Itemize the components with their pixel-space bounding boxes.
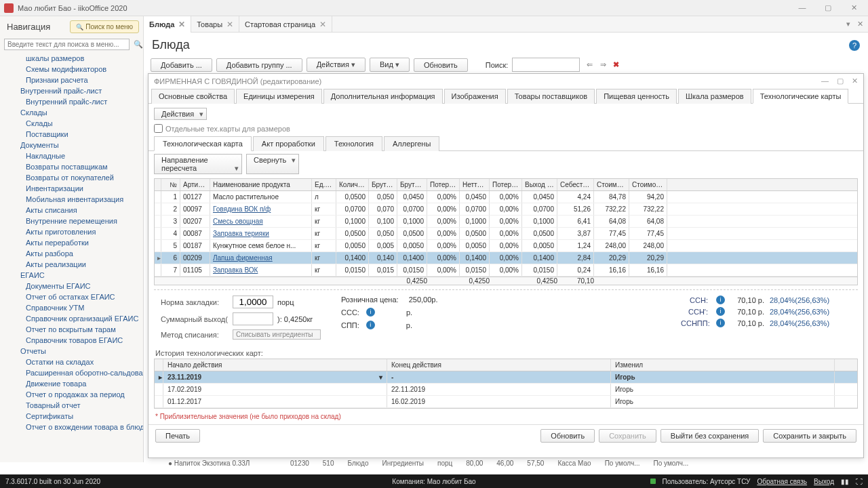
info-icon[interactable]: i — [716, 296, 725, 304]
nav-item[interactable]: Справочник УТМ — [0, 302, 143, 313]
nav-item[interactable]: Документы ЕГАИС — [0, 281, 143, 291]
info-icon[interactable]: i — [716, 307, 725, 316]
yield-input[interactable] — [233, 312, 273, 325]
nav-item[interactable]: Возвраты от покупателей — [0, 172, 143, 183]
dialog-minimize-icon[interactable]: — — [821, 77, 829, 85]
actions-button[interactable]: Действия — [307, 58, 366, 72]
save-close-button[interactable]: Сохранить и закрыть — [763, 429, 856, 443]
column-header[interactable]: Стоимость за ед.веса, р. — [629, 179, 667, 190]
nav-item[interactable]: Отчет об остатках ЕГАИС — [0, 291, 143, 302]
exit-button[interactable]: Выйти без сохранения — [660, 429, 760, 443]
document-tab[interactable]: Блюда✕ — [144, 16, 191, 33]
nav-item[interactable]: Поставщики — [0, 129, 143, 140]
info-icon[interactable]: i — [716, 319, 725, 327]
nav-search-button[interactable]: Поиск по меню — [70, 20, 139, 33]
property-tab[interactable]: Пищевая ценность — [596, 89, 677, 104]
info-icon[interactable]: i — [366, 308, 375, 317]
nav-item[interactable]: Справочник организаций ЕГАИС — [0, 313, 143, 324]
separate-cards-checkbox[interactable] — [154, 124, 163, 133]
history-row[interactable]: 01.12.201716.02.2019Игорь — [155, 396, 857, 408]
recipe-row[interactable]: ▸600209Лапша фирменнаякг0,14000,1400,140… — [155, 252, 857, 264]
nav-item[interactable]: Движение товара — [0, 378, 143, 389]
nav-group[interactable]: Отчеты — [0, 346, 143, 357]
tab-close-icon[interactable]: ✕ — [226, 20, 233, 29]
sub-tab[interactable]: Технологическая карта — [154, 136, 252, 151]
recalc-direction-dropdown[interactable]: Направление пересчета — [154, 154, 242, 174]
help-icon[interactable]: ? — [849, 40, 860, 51]
nav-item[interactable]: Расширенная оборотно-сальдовая в... — [0, 367, 143, 378]
column-header[interactable]: Выход готового продукт... — [522, 179, 557, 190]
recipe-row[interactable]: 701105Заправка ВОКкг0,01500,0150,01500,0… — [155, 264, 857, 277]
column-header[interactable]: Брутто, кг. — [397, 179, 427, 190]
property-tab[interactable]: Изображения — [444, 89, 506, 104]
nav-item[interactable]: Акты реализации — [0, 259, 143, 270]
nav-item[interactable]: Акты приготовления — [0, 226, 143, 237]
property-tab[interactable]: Шкала размеров — [678, 89, 751, 104]
save-button[interactable]: Сохранить — [599, 429, 656, 443]
column-header[interactable]: Наименование продукта — [210, 179, 312, 190]
column-header[interactable]: Себестоимо... р. — [557, 179, 594, 190]
history-row[interactable]: 17.02.201922.11.2019Игорь — [155, 384, 857, 396]
recipe-row[interactable]: 100127Масло растительноел0,05000,0500,04… — [155, 191, 857, 203]
nav-group[interactable]: Внутренний прайс-лист — [0, 85, 143, 96]
nav-item[interactable]: Отчет по вскрытым тарам — [0, 324, 143, 335]
property-tab[interactable]: Дополнительная информация — [323, 89, 443, 104]
pause-icon[interactable]: ▮▮ — [841, 478, 849, 485]
document-tab[interactable]: Товары✕ — [191, 16, 239, 33]
nav-item[interactable]: Отчет о вхождении товара в блюда — [0, 422, 143, 432]
search-prev-icon[interactable]: ⇐ — [584, 60, 595, 68]
nav-item[interactable]: Справочник товаров ЕГАИС — [0, 335, 143, 346]
minimize-button[interactable]: — — [792, 3, 812, 12]
nav-item[interactable]: Мобильная инвентаризация — [0, 194, 143, 205]
column-header[interactable]: Потери при холодной обработке, — [427, 179, 460, 190]
nav-item[interactable]: Акты разбора — [0, 248, 143, 259]
column-header[interactable]: Артикул — [180, 179, 210, 190]
nav-group[interactable]: ЕГАИС — [0, 270, 143, 281]
search-next-icon[interactable]: ⇒ — [597, 60, 609, 68]
collapse-dropdown[interactable]: Свернуть — [246, 154, 299, 174]
column-header[interactable]: Колич... в фасовке — [336, 179, 369, 190]
view-button[interactable]: Вид — [370, 58, 410, 72]
search-input[interactable] — [512, 58, 580, 72]
sub-tab[interactable]: Акт проработки — [253, 136, 324, 151]
nav-item[interactable]: Остатки на складах — [0, 357, 143, 367]
nav-item[interactable]: Акты списания — [0, 205, 143, 216]
nav-item[interactable]: Акты переработки — [0, 237, 143, 248]
cost-pct-link[interactable]: 28,04%(256,63%) — [770, 308, 851, 316]
refresh-button[interactable]: Обновить — [414, 58, 468, 72]
cost-pct-link[interactable]: 28,04%(256,63%) — [770, 296, 851, 304]
column-header[interactable]: Стоимо... за ед., р. — [594, 179, 629, 190]
nav-group[interactable]: Склады — [0, 107, 143, 118]
norm-input[interactable] — [233, 296, 273, 308]
nav-search-input[interactable] — [4, 39, 130, 50]
nav-item[interactable]: Инвентаризации — [0, 183, 143, 194]
tab-close-icon[interactable]: ✕ — [178, 20, 185, 29]
dialog-close-icon[interactable]: ✕ — [852, 77, 858, 85]
info-icon[interactable]: i — [366, 321, 375, 329]
card-actions-button[interactable]: Действия — [154, 108, 207, 120]
feedback-link[interactable]: Обратная связь — [757, 478, 807, 485]
refresh-card-button[interactable]: Обновить — [540, 429, 595, 443]
column-header[interactable]: Потери при горячей... — [490, 179, 522, 190]
tab-close-icon[interactable]: ✕ — [319, 20, 326, 29]
tab-close-all-icon[interactable]: ✕ — [855, 20, 865, 28]
nav-group[interactable]: Документы — [0, 140, 143, 150]
exit-link[interactable]: Выход — [814, 478, 834, 485]
nav-item[interactable]: Внутренний прайс-лист — [0, 96, 143, 107]
history-row[interactable]: ▸23.11.2019 ▾-Игорь — [155, 371, 857, 384]
table-row[interactable]: ● Напиток Экзотика 0.33Л01230510БлюдоИнг… — [148, 459, 864, 468]
nav-item[interactable]: Схемы модификаторов — [0, 64, 143, 75]
cost-pct-link[interactable]: 28,04%(256,63%) — [770, 319, 851, 327]
recipe-row[interactable]: 400087Заправка териякикг0,05000,0500,050… — [155, 228, 857, 240]
column-header[interactable]: № — [161, 179, 180, 190]
property-tab[interactable]: Основные свойства — [151, 89, 235, 104]
recipe-row[interactable]: 500187Кунжутное семя белое н...кг0,00500… — [155, 240, 857, 252]
search-icon[interactable]: 🔍 — [134, 40, 143, 49]
nav-item[interactable]: Товарный отчет — [0, 400, 143, 411]
add-button[interactable]: Добавить ... — [151, 58, 212, 72]
search-clear-icon[interactable]: ✖ — [613, 60, 619, 69]
nav-item[interactable]: Возвраты поставщикам — [0, 161, 143, 172]
screen-icon[interactable]: ⛶ — [856, 478, 863, 485]
sub-tab[interactable]: Аллергены — [384, 136, 439, 151]
tab-dropdown-icon[interactable]: ▾ — [844, 20, 852, 28]
